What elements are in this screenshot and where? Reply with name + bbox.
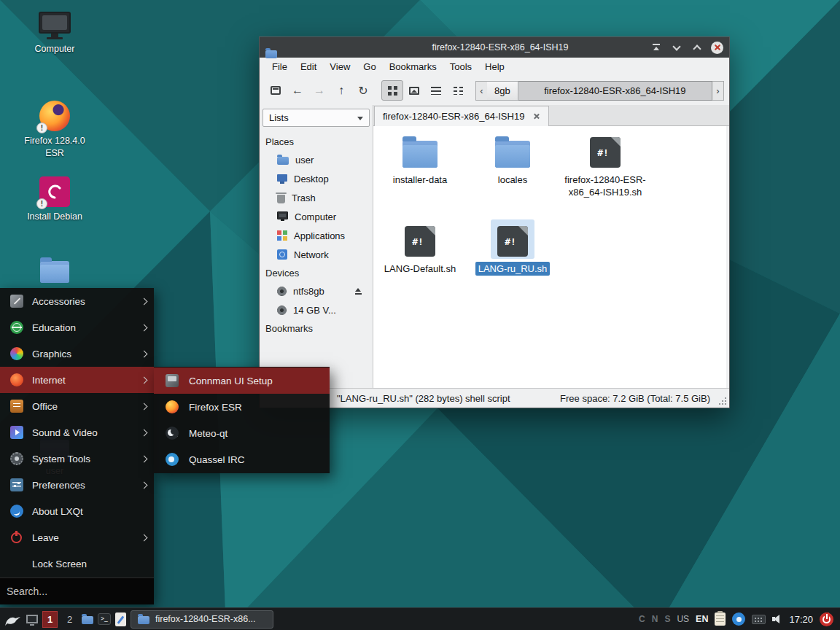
text-editor-launcher[interactable] — [115, 610, 126, 629]
submenu-item-quassel-irc[interactable]: Quassel IRC — [154, 446, 330, 472]
file-lang-default[interactable]: #! LANG-Default.sh — [376, 219, 464, 276]
window-titlebar[interactable]: firefox-12840-ESR-x86_64-ISH19 — [260, 37, 729, 58]
menu-tools[interactable]: Tools — [443, 60, 478, 74]
menu-search-input[interactable] — [0, 578, 154, 604]
thumbnail-view-button[interactable] — [403, 80, 425, 101]
menu-item-about-lxqt[interactable]: About LXQt — [0, 498, 154, 524]
menu-view[interactable]: View — [323, 60, 357, 74]
file-firefox-script[interactable]: #! firefox-12840-ESR-x86_64-ISH19.sh — [561, 131, 650, 199]
places-header: Places — [262, 133, 370, 150]
sidebar-item-trash[interactable]: Trash — [262, 188, 370, 207]
leave-power-icon — [11, 532, 22, 543]
reload-button[interactable]: ↻ — [352, 80, 374, 101]
file-installer-data[interactable]: installer-data — [376, 131, 464, 187]
menu-item-education[interactable]: Education — [0, 314, 154, 341]
sidebar-item-applications[interactable]: Applications — [262, 226, 370, 245]
path-scroll-right-button[interactable]: › — [712, 81, 724, 101]
terminal-launcher[interactable] — [98, 610, 111, 629]
menu-item-accessories[interactable]: Accessories — [0, 288, 154, 314]
shell-script-icon: #! — [590, 137, 621, 168]
keyboard-layout-us[interactable]: US — [677, 614, 689, 624]
submenu-item-meteo-qt[interactable]: Meteo-qt — [154, 420, 330, 446]
up-button[interactable]: ↑ — [330, 80, 352, 101]
minimize-button[interactable] — [670, 42, 682, 54]
shell-script-icon: #! — [497, 226, 528, 257]
sidebar-item-network[interactable]: Network — [262, 245, 370, 264]
desktop-icon-folder[interactable] — [21, 257, 88, 287]
computer-icon — [277, 211, 288, 219]
desktop-icon-label: Install Debian — [27, 211, 82, 223]
new-tab-button[interactable] — [265, 80, 287, 101]
sound-video-icon — [10, 426, 23, 439]
start-menu-button[interactable] — [4, 610, 22, 629]
sidebar-item-desktop[interactable]: Desktop — [262, 169, 370, 188]
menu-item-internet[interactable]: Internet — [0, 367, 154, 393]
workspace-1-button[interactable]: 1 — [42, 611, 58, 628]
back-button[interactable]: ← — [287, 80, 308, 101]
submenu-arrow-icon — [141, 298, 148, 305]
menu-bookmarks[interactable]: Bookmarks — [383, 60, 443, 74]
tab-current[interactable]: firefox-12840-ESR-x86_64-ISH19 — [374, 106, 549, 126]
path-segment-parent[interactable]: 8gb — [487, 81, 518, 101]
clock[interactable]: 17:20 — [789, 614, 813, 625]
show-desktop-button[interactable] — [26, 610, 38, 629]
sidebar-item-computer[interactable]: Computer — [262, 207, 370, 226]
resize-grip[interactable] — [719, 397, 726, 405]
menu-item-office[interactable]: Office — [0, 393, 154, 419]
submenu-arrow-icon — [141, 324, 148, 331]
sidebar-device-ntfs8gb[interactable]: ntfs8gb — [262, 281, 370, 300]
file-view[interactable]: installer-data locales #! firefox-12840-… — [373, 126, 726, 388]
menu-go[interactable]: Go — [357, 60, 382, 74]
eject-icon[interactable] — [354, 288, 362, 295]
sidebar-device-volume[interactable]: 14 GB V... — [262, 300, 370, 319]
desktop-icon-firefox[interactable]: Firefox 128.4.0 ESR — [21, 101, 88, 160]
file-name: locales — [495, 173, 530, 187]
file-name: LANG-Default.sh — [381, 262, 459, 276]
menu-item-graphics[interactable]: Graphics — [0, 341, 154, 367]
file-locales[interactable]: locales — [468, 131, 557, 187]
path-scroll-left-button[interactable]: ‹ — [475, 81, 487, 101]
tab-close-icon[interactable] — [532, 112, 540, 120]
menu-item-leave[interactable]: Leave — [0, 524, 154, 551]
taskbar-window-button[interactable]: firefox-12840-ESR-x86... — [131, 610, 273, 629]
close-button[interactable] — [711, 42, 723, 54]
submenu-item-connman[interactable]: Connman UI Setup — [154, 368, 330, 394]
submenu-item-firefox-esr[interactable]: Firefox ESR — [154, 394, 330, 420]
network-icon — [277, 249, 287, 260]
forward-button[interactable]: → — [308, 80, 330, 101]
menu-item-system-tools[interactable]: System Tools — [0, 446, 154, 472]
menu-item-sound-video[interactable]: Sound & Video — [0, 419, 154, 446]
power-button[interactable] — [820, 612, 833, 626]
submenu-arrow-icon — [141, 455, 148, 462]
drive-icon — [277, 287, 287, 296]
path-segment-current[interactable]: firefox-12840-ESR-x86_64-ISH19 — [518, 81, 712, 101]
menu-help[interactable]: Help — [478, 60, 511, 74]
sidebar-mode-select[interactable]: Lists — [262, 109, 370, 127]
detailed-list-button[interactable] — [425, 80, 447, 101]
clipboard-tray-icon[interactable] — [715, 612, 726, 626]
file-name: installer-data — [390, 173, 450, 187]
keyboard-layout-en[interactable]: EN — [696, 614, 708, 624]
menu-file[interactable]: File — [265, 60, 294, 74]
keyboard-tray-icon[interactable] — [752, 615, 766, 624]
icon-view-button[interactable] — [381, 80, 403, 101]
desktop-icon-computer[interactable]: Computer — [21, 12, 88, 55]
notification-tray-icon[interactable] — [732, 612, 745, 626]
menu-item-lock-screen[interactable]: Lock Screen — [0, 551, 154, 577]
menu-edit[interactable]: Edit — [294, 60, 323, 74]
debian-installer-icon — [39, 176, 70, 207]
debian-swirl-icon — [45, 182, 64, 201]
caps-lock-indicator: C — [639, 614, 645, 624]
rollup-button[interactable] — [650, 42, 662, 54]
menu-item-preferences[interactable]: Preferences — [0, 472, 154, 498]
file-lang-ru-selected[interactable]: #! LANG-ru_RU.sh — [468, 219, 557, 276]
file-manager-launcher[interactable] — [82, 610, 93, 629]
volume-icon[interactable] — [772, 614, 782, 624]
submenu-arrow-icon — [141, 376, 148, 384]
desktop-icon-install-debian[interactable]: Install Debian — [21, 176, 88, 223]
bookmarks-header: Bookmarks — [262, 319, 370, 337]
sidebar-item-user[interactable]: user — [262, 150, 370, 169]
maximize-button[interactable] — [691, 42, 703, 54]
compact-view-button[interactable] — [447, 80, 469, 101]
workspace-2-button[interactable]: 2 — [62, 611, 77, 628]
